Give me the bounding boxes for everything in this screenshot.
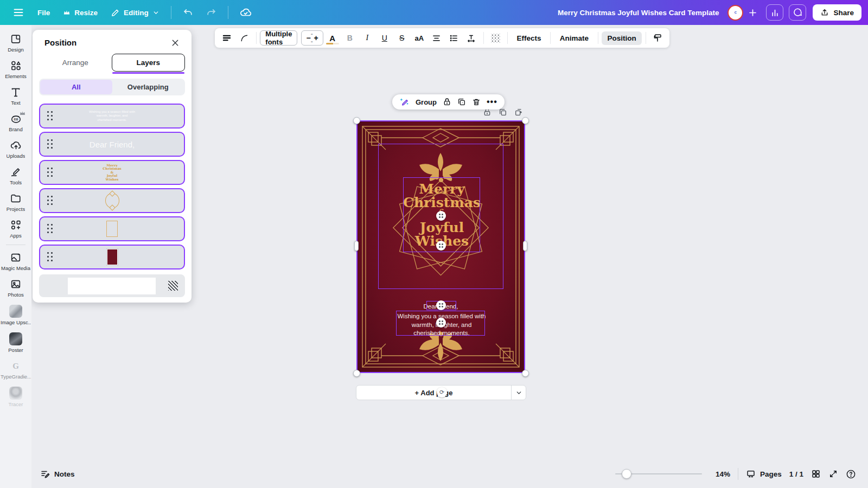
transparency-icon <box>491 34 500 43</box>
sidebar-item-tools[interactable]: Tools <box>0 162 31 189</box>
curve-text-icon[interactable] <box>236 30 252 46</box>
duplicate-icon[interactable] <box>457 98 466 106</box>
strikethrough-button[interactable]: S <box>394 30 410 46</box>
zoom-slider[interactable] <box>615 469 702 479</box>
resize-handle-bottom-right[interactable] <box>522 370 529 377</box>
sidebar-item-brand[interactable]: co Brand <box>0 109 31 136</box>
main-menu-button[interactable] <box>7 3 30 22</box>
drag-handle-icon[interactable] <box>47 224 53 234</box>
alignment-button[interactable] <box>429 30 445 46</box>
share-button[interactable]: Share <box>813 4 861 21</box>
sidebar-item-label: Magic Media <box>1 265 30 271</box>
text-color-button[interactable]: A <box>324 30 341 46</box>
filter-all[interactable]: All <box>40 80 112 94</box>
font-size-control: − -- + <box>301 30 323 46</box>
drag-handle-icon[interactable] <box>47 196 53 206</box>
document-title[interactable]: Merry Christmas Joyful Wishes Card Templ… <box>558 9 726 17</box>
sidebar-item-magic-media[interactable]: Magic Media <box>0 248 31 274</box>
sidebar-item-photos[interactable]: Photos <box>0 274 31 301</box>
drag-handle-heading[interactable] <box>436 211 446 221</box>
grid-view-button[interactable] <box>811 469 821 479</box>
text-case-button[interactable]: aA <box>411 30 427 46</box>
transparency-button[interactable] <box>487 30 503 46</box>
filter-overlapping[interactable]: Overlapping <box>112 80 184 94</box>
bottom-bar: Notes 14% Pages 1 / 1 <box>31 460 868 488</box>
duplicate-page-icon[interactable] <box>499 108 507 117</box>
resize-handle-top-left[interactable] <box>353 117 360 124</box>
resize-handle-right[interactable] <box>523 241 527 251</box>
sidebar-item-elements[interactable]: Elements <box>0 56 31 82</box>
delete-icon[interactable] <box>472 98 481 106</box>
drag-handle-heading-bottom[interactable] <box>436 241 446 251</box>
sidebar-item-tracer[interactable]: Tracer <box>0 383 31 410</box>
help-button[interactable] <box>846 469 856 479</box>
italic-button[interactable]: I <box>359 30 375 46</box>
drag-handle-body[interactable] <box>436 318 446 328</box>
undo-button[interactable] <box>177 4 199 22</box>
sidebar-item-poster[interactable]: Poster <box>0 329 31 356</box>
page-background-layer[interactable] <box>39 274 185 297</box>
editing-mode-button[interactable]: Editing <box>105 4 165 21</box>
letter-spacing-button[interactable] <box>463 30 480 46</box>
pages-button[interactable]: Pages <box>746 469 782 479</box>
redo-button[interactable] <box>200 4 222 22</box>
sidebar-item-design[interactable]: Design <box>0 29 31 56</box>
zoom-slider-knob[interactable] <box>622 469 631 479</box>
sidebar-item-image-upscaler[interactable]: Image Upsc... <box>0 301 31 329</box>
layer-row-salutation-text[interactable]: Dear Friend, <box>39 132 185 157</box>
underline-button[interactable]: U <box>376 30 393 46</box>
magic-edit-icon[interactable] <box>399 97 410 107</box>
tab-layers[interactable]: Layers <box>112 54 186 72</box>
layer-row-body-text[interactable]: Wishing you a season filled with warmth,… <box>39 104 185 129</box>
resize-button[interactable]: Resize <box>57 5 104 21</box>
add-member-button[interactable] <box>744 4 761 21</box>
file-menu-button[interactable]: File <box>31 5 56 21</box>
drag-handle-icon[interactable] <box>47 111 53 121</box>
sidebar-item-text[interactable]: Text <box>0 82 31 109</box>
resize-handle-top-right[interactable] <box>522 117 529 124</box>
copy-style-button[interactable] <box>649 30 666 46</box>
add-page-main[interactable]: + Add page <box>356 386 511 400</box>
bold-button[interactable]: B <box>342 30 358 46</box>
layer-row-gold-ornament[interactable] <box>39 188 185 213</box>
notes-button[interactable]: Notes <box>40 469 75 479</box>
insights-button[interactable] <box>766 4 783 21</box>
sidebar-item-typegradient[interactable]: G TypeGradie... <box>0 356 31 383</box>
text-styles-icon[interactable] <box>219 30 235 46</box>
font-size-decrease-button[interactable]: − <box>306 34 310 42</box>
sidebar-item-label: Elements <box>5 73 27 79</box>
close-icon[interactable] <box>171 38 180 47</box>
poster-thumbnail <box>9 332 22 345</box>
add-page-icon[interactable] <box>514 108 523 117</box>
drag-handle-icon[interactable] <box>47 168 53 177</box>
layer-row-background-rectangle[interactable] <box>39 245 185 269</box>
drag-handle-icon[interactable] <box>47 139 53 149</box>
list-button[interactable] <box>446 30 462 46</box>
drag-handle-icon[interactable] <box>47 252 53 262</box>
filter-overlapping-label: Overlapping <box>127 83 169 91</box>
more-options-icon[interactable]: ••• <box>487 97 497 107</box>
layer-row-heading-text[interactable]: Merry Christmas & Joyful Wishes <box>39 160 185 185</box>
group-button[interactable]: Group <box>416 98 437 106</box>
resize-handle-bottom-left[interactable] <box>353 370 360 377</box>
svg-text:co: co <box>14 117 18 121</box>
animate-button[interactable]: Animate <box>554 34 594 42</box>
position-button[interactable]: Position <box>602 31 641 45</box>
lock-icon[interactable] <box>443 98 451 106</box>
comments-button[interactable] <box>789 4 806 21</box>
tab-arrange[interactable]: Arrange <box>39 54 112 72</box>
sidebar-item-uploads[interactable]: Uploads <box>0 136 31 162</box>
layer-row-gold-frame[interactable] <box>39 216 185 241</box>
effects-button[interactable]: Effects <box>511 34 546 42</box>
sidebar-item-projects[interactable]: Projects <box>0 189 31 215</box>
avatar[interactable]: C <box>727 5 743 21</box>
resize-handle-left[interactable] <box>354 241 359 251</box>
drag-handle-salutation[interactable] <box>436 300 446 310</box>
cloud-save-status-button[interactable] <box>234 3 258 22</box>
fullscreen-button[interactable] <box>828 469 838 479</box>
card-heading-top[interactable]: Merry Christmas <box>403 182 481 209</box>
add-page-chevron[interactable] <box>512 386 526 400</box>
font-selector[interactable]: Multiple fonts <box>260 30 297 46</box>
sidebar-item-apps[interactable]: Apps <box>0 215 31 242</box>
font-size-increase-button[interactable]: + <box>314 34 318 42</box>
